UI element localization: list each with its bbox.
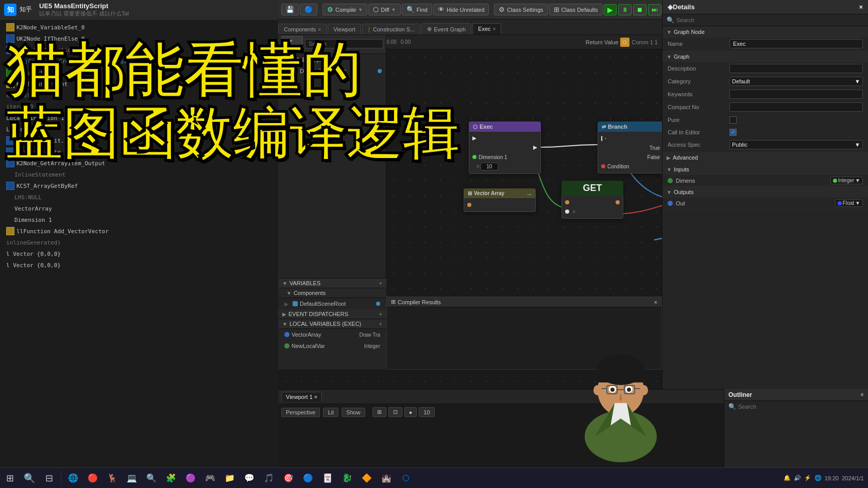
details-close[interactable]: ×: [859, 3, 863, 11]
taskbar-app-14[interactable]: 🃏: [318, 469, 337, 487]
outliner-close[interactable]: ×: [860, 391, 864, 398]
coord-x: 0.00: [386, 39, 396, 45]
taskbar-app-8[interactable]: 🎮: [201, 469, 219, 487]
inputs-section: ▼ Inputs Dimens Integer ▼: [662, 164, 868, 186]
var-default-scene-root[interactable]: ▶ DefaultSceneRoot: [278, 298, 386, 309]
tab-viewport[interactable]: Viewport: [328, 24, 361, 34]
compile-button[interactable]: ⚙ Compile ▼: [322, 4, 367, 15]
taskbar-app-15[interactable]: 🐉: [338, 469, 356, 487]
call-in-editor-checkbox[interactable]: ✓: [729, 129, 737, 136]
find-button[interactable]: 🔍 Find: [402, 4, 432, 15]
taskbar-app-12[interactable]: 🎯: [279, 469, 298, 487]
taskbar-app-1[interactable]: 🌐: [64, 469, 82, 487]
local-vars-header[interactable]: ▼ LOCAL VARIABLES (EXEC) +: [278, 319, 386, 329]
pause-button[interactable]: ⏸: [618, 4, 632, 15]
tab-components-close[interactable]: ×: [318, 27, 321, 32]
taskbar-taskview-icon[interactable]: ⊟: [40, 469, 58, 487]
get-node[interactable]: GET >: [561, 181, 623, 219]
compiler-close[interactable]: ×: [654, 299, 657, 305]
vp2-ctrl3[interactable]: ●: [404, 407, 417, 417]
show-btn[interactable]: Show: [342, 408, 365, 417]
outliner-search-input[interactable]: [738, 404, 864, 410]
viewport2-tab[interactable]: Viewport 1 ×: [281, 392, 322, 402]
event-dispatchers-header[interactable]: ▶ EVENT DISPATCHERS +: [278, 309, 386, 319]
taskbar-start-icon[interactable]: ⊞: [1, 469, 19, 487]
name-input[interactable]: [729, 39, 863, 48]
tab-exec-close[interactable]: ×: [493, 26, 496, 32]
taskbar-app-16[interactable]: 🔶: [358, 469, 376, 487]
add-lv-icon[interactable]: +: [379, 321, 382, 327]
zhihu-bar: 知 知乎 UE5 MassEntityScript 以单乃以 需要更接低不 成以…: [0, 0, 278, 20]
taskbar-app-5[interactable]: 🔍: [142, 469, 161, 487]
exec-node-icon: ⬡: [473, 124, 478, 130]
code-icon-12: [6, 159, 14, 167]
vector-array-node[interactable]: ⊞ Vector Array ...: [464, 188, 536, 212]
comp-item-default-scene-root[interactable]: DefaultSceneRoot: [278, 65, 386, 77]
left-code-panel: 知 知乎 UE5 MassEntityScript 以单乃以 需要更接低不 成以…: [0, 0, 278, 488]
class-defaults-button[interactable]: ⊞ Class Defaults: [549, 4, 603, 15]
add-var-icon[interactable]: +: [379, 280, 382, 286]
stop-button[interactable]: ⏹: [633, 4, 646, 15]
taskbar-app-4[interactable]: 💻: [123, 469, 141, 487]
add-component-button[interactable]: + + Add: [281, 36, 303, 51]
taskbar-app-9[interactable]: 📁: [220, 469, 239, 487]
hide-unrelated-button[interactable]: 👁 Hide Unrelated: [433, 4, 489, 15]
comp-search-input[interactable]: [305, 39, 383, 48]
taskbar-app-17[interactable]: 🏰: [377, 469, 396, 487]
tab-components[interactable]: Components ×: [278, 24, 327, 34]
diff-icon: ⬡: [373, 6, 379, 13]
play-button[interactable]: ▶: [604, 4, 617, 15]
vp2-ctrl4[interactable]: 10: [419, 407, 434, 417]
taskbar-app-10[interactable]: 💬: [240, 469, 259, 487]
input-type-dropdown[interactable]: Integer ▼: [830, 177, 863, 184]
components-sub-header[interactable]: ▼ Components: [278, 288, 386, 298]
taskbar-app-7[interactable]: 🟣: [181, 469, 200, 487]
dimension1-pin: Dimension 1: [469, 152, 540, 162]
taskbar: ⊞ 🔍 ⊟ 🌐 🔴 🦌 💻 🔍 🧩 🟣 🎮 📁 💬 🎵 🎯 🔵 🃏 🐉 🔶 🏰 …: [0, 467, 868, 488]
comp-item-bp-example[interactable]: BP_Example (Self): [278, 54, 386, 65]
exec-in-pin: [472, 136, 476, 141]
tab-event-graph[interactable]: ⊕ Event Graph: [421, 23, 471, 34]
pure-checkbox[interactable]: [729, 116, 737, 124]
advanced-header[interactable]: ▶ Advanced: [662, 152, 868, 163]
tab-exec[interactable]: Exec ×: [472, 23, 501, 34]
step-button[interactable]: ⏭: [648, 4, 661, 15]
var-new-local-var[interactable]: NewLocalVar Integer: [278, 340, 386, 352]
var-vector-array[interactable]: VectorArray Draw Tra: [278, 329, 386, 340]
graph-section-header[interactable]: ▼ Graph: [662, 51, 868, 62]
inputs-header[interactable]: ▼ Inputs: [662, 164, 868, 175]
exec-node[interactable]: ⬡ Exec Dimension 1 >: [469, 121, 541, 174]
save-button[interactable]: 💾: [281, 4, 299, 15]
tab-construction[interactable]: ƒ Construction S...: [362, 24, 420, 34]
graph-node-header[interactable]: ▼ Graph Node: [662, 26, 868, 38]
taskbar-search-icon[interactable]: 🔍: [20, 469, 39, 487]
value-input[interactable]: [481, 163, 498, 170]
taskbar-app-6[interactable]: 🧩: [162, 469, 180, 487]
taskbar-app-2[interactable]: 🔴: [83, 469, 102, 487]
class-settings-button[interactable]: ⚙ Class Settings: [494, 4, 548, 15]
keywords-input[interactable]: [729, 90, 863, 99]
taskbar-app-11[interactable]: 🎵: [260, 469, 278, 487]
branch-false-pin: False: [598, 152, 662, 162]
details-search-input[interactable]: [676, 17, 864, 23]
outputs-header[interactable]: ▼ Outputs: [662, 186, 868, 198]
taskbar-app-13[interactable]: 🔵: [299, 469, 317, 487]
access-spec-dropdown[interactable]: Public ▼: [729, 140, 863, 149]
compact-no-input[interactable]: [729, 102, 863, 112]
variables-header[interactable]: ▼ VARIABLES +: [278, 278, 386, 288]
perspective-btn[interactable]: Perspective: [281, 408, 320, 417]
add-ed-icon[interactable]: +: [379, 311, 382, 317]
hide-icon: 👁: [438, 6, 445, 13]
output-type-dropdown[interactable]: Float ▼: [835, 199, 863, 207]
taskbar-app-3[interactable]: 🦌: [103, 469, 122, 487]
lit-btn[interactable]: Lit: [323, 408, 338, 417]
description-input[interactable]: [729, 64, 863, 73]
vp2-ctrl1[interactable]: ⊞: [372, 407, 386, 417]
branch-node[interactable]: ⇌ Branch True False Condition: [598, 121, 662, 173]
blueprint-search-button[interactable]: 🔵: [300, 4, 317, 15]
taskbar-app-ue5[interactable]: ⬡: [397, 469, 415, 487]
category-dropdown[interactable]: Default ▼: [729, 77, 863, 86]
vp2-close[interactable]: ×: [314, 394, 317, 400]
vp2-ctrl2[interactable]: ⊡: [388, 407, 402, 417]
diff-button[interactable]: ⬡ Diff ▼: [368, 4, 400, 15]
